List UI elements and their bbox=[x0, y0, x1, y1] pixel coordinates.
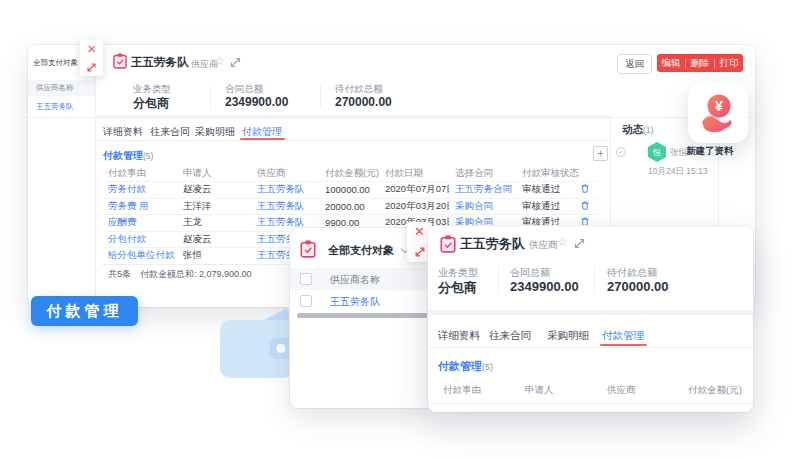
table-row[interactable]: 劳务费 用 王洋洋 王五劳务队 20000.00 2020年03月20日 采购合… bbox=[102, 198, 598, 215]
expand-icon[interactable] bbox=[86, 62, 97, 73]
stat-value: 2349900.00 bbox=[225, 95, 288, 109]
cell-actions[interactable] bbox=[579, 184, 598, 195]
cell-reason[interactable]: 劳务付款 bbox=[102, 183, 177, 196]
col-header: 申请人 bbox=[177, 167, 251, 180]
divider bbox=[95, 140, 610, 141]
cell-applicant: 张恒 bbox=[177, 249, 251, 262]
add-payment-button[interactable]: + bbox=[593, 146, 608, 161]
col-header: 付款事由 bbox=[102, 167, 177, 180]
cell-amount: 9900.00 bbox=[319, 217, 379, 228]
check-circle-icon: ✓ bbox=[616, 147, 626, 157]
stat-value: 分包商 bbox=[438, 279, 477, 297]
payment-section-title: 付款管理(5) bbox=[438, 359, 493, 374]
cell-supplier[interactable]: 王五劳务队 bbox=[251, 200, 319, 213]
star-icon[interactable]: ☆ bbox=[214, 54, 225, 68]
close-icon[interactable]: ✕ bbox=[87, 44, 96, 55]
divider bbox=[210, 85, 211, 108]
cell-applicant: 赵凌云 bbox=[177, 233, 251, 246]
stat-label: 待付款总额 bbox=[607, 266, 657, 280]
row-checkbox[interactable] bbox=[300, 295, 312, 307]
edit-button[interactable]: 编辑 bbox=[657, 57, 685, 70]
cell-reason[interactable]: 应酬费 bbox=[102, 216, 177, 229]
trash-icon[interactable] bbox=[581, 217, 589, 226]
stat-label: 业务类型 bbox=[438, 266, 478, 280]
record-type-tag: 供应商 bbox=[529, 239, 558, 252]
cell-applicant: 赵凌云 bbox=[177, 183, 251, 196]
select-all-checkbox[interactable] bbox=[300, 273, 312, 285]
cell-status: 审核通过 bbox=[516, 200, 579, 213]
tab-purchase[interactable]: 采购明细 bbox=[195, 125, 235, 139]
mini-panel-row-supplier[interactable]: 王五劳务队 bbox=[36, 102, 74, 112]
cell-reason[interactable]: 劳务费 用 bbox=[102, 200, 177, 213]
activity-user: 张恒 bbox=[670, 147, 687, 159]
divider bbox=[28, 117, 95, 118]
section-count: (5) bbox=[482, 362, 493, 372]
divider bbox=[428, 403, 753, 404]
back-button[interactable]: 返回 bbox=[617, 54, 652, 74]
mini-panel-title: 全部支付对象 bbox=[33, 58, 78, 68]
col-header: 付款金额(元) bbox=[688, 384, 742, 397]
horizontal-scrollbar[interactable] bbox=[297, 313, 428, 318]
cell-contract[interactable]: 采购合同 bbox=[449, 200, 516, 213]
col-header: 申请人 bbox=[525, 384, 554, 397]
section-band bbox=[95, 115, 610, 119]
stat-value: 分包商 bbox=[133, 95, 169, 112]
stat-value: 2349900.00 bbox=[510, 279, 579, 294]
cell-amount: 20000.00 bbox=[319, 201, 379, 212]
star-icon[interactable]: ☆ bbox=[557, 235, 568, 249]
trash-icon[interactable] bbox=[581, 184, 589, 193]
list-row[interactable]: 王五劳务队 bbox=[290, 290, 435, 312]
yuan-payment-icon-card: ¥ bbox=[688, 83, 748, 143]
divider bbox=[498, 268, 499, 293]
col-header: 付款金额(元) bbox=[319, 167, 379, 180]
cell-applicant: 王洋洋 bbox=[177, 200, 251, 213]
avatar: 恒 bbox=[648, 142, 666, 162]
list-row-supplier[interactable]: 王五劳务队 bbox=[330, 295, 380, 309]
list-window-title: 全部支付对象 bbox=[328, 243, 394, 258]
active-tab-underline bbox=[600, 344, 647, 346]
cell-applicant: 王龙 bbox=[177, 216, 251, 229]
stat-value: 270000.00 bbox=[607, 279, 668, 294]
section-title-text: 付款管理 bbox=[103, 150, 143, 161]
mini-payees-panel: 全部支付对象 供应商名称 王五劳务队 bbox=[28, 45, 96, 307]
delete-button[interactable]: 删除 bbox=[686, 57, 714, 70]
tab-details[interactable]: 详细资料 bbox=[438, 329, 480, 343]
trash-icon[interactable] bbox=[581, 201, 589, 210]
clipboard-icon bbox=[113, 53, 127, 69]
tab-contracts[interactable]: 往来合同 bbox=[150, 125, 190, 139]
cell-status: 审核通过 bbox=[516, 183, 579, 196]
cell-contract[interactable]: 王五劳务合同 bbox=[449, 183, 516, 196]
action-button-group: 编辑 删除 打印 bbox=[657, 54, 743, 72]
close-icon[interactable]: ✕ bbox=[414, 226, 425, 237]
hand-holding-yuan-icon: ¥ bbox=[698, 93, 738, 133]
activity-count: (1) bbox=[643, 125, 653, 135]
tab-payments[interactable]: 付款管理 bbox=[602, 329, 644, 343]
clipboard-icon bbox=[300, 240, 316, 258]
col-header: 付款审核状态 bbox=[516, 167, 579, 180]
cell-reason[interactable]: 分包付款 bbox=[102, 233, 177, 246]
stat-label: 合同总额 bbox=[510, 266, 550, 280]
svg-text:¥: ¥ bbox=[715, 98, 723, 114]
list-header-row: 供应商名称 bbox=[290, 268, 435, 290]
share-icon[interactable] bbox=[230, 57, 241, 68]
clipboard-icon bbox=[440, 235, 456, 253]
tab-contracts[interactable]: 往来合同 bbox=[489, 329, 531, 343]
col-header: 付款事由 bbox=[443, 384, 481, 397]
cell-date: 2020年03月20日 bbox=[379, 200, 449, 213]
table-row[interactable]: 劳务付款 赵凌云 王五劳务队 100000.00 2020年07月07日 王五劳… bbox=[102, 181, 598, 198]
share-icon[interactable] bbox=[574, 238, 585, 249]
cell-reason[interactable]: 给分包单位付款 bbox=[102, 249, 177, 262]
tab-details[interactable]: 详细资料 bbox=[103, 125, 143, 139]
expand-icon[interactable] bbox=[414, 246, 426, 258]
tab-payments[interactable]: 付款管理 bbox=[242, 125, 282, 139]
activity-timestamp: 10月24日 15:13 bbox=[648, 166, 708, 178]
cell-supplier[interactable]: 王五劳务队 bbox=[251, 183, 319, 196]
divider bbox=[594, 268, 595, 293]
screenshot-canvas: 全部支付对象 供应商名称 王五劳务队 王五劳务队 供应商 ☆ 返回 编辑 删除 … bbox=[0, 0, 792, 459]
list-column-header: 供应商名称 bbox=[330, 273, 380, 287]
col-header: 供应商 bbox=[251, 167, 319, 180]
detail-window: 王五劳务队 供应商 ☆ 业务类型 分包商 合同总额 2349900.00 待付款… bbox=[428, 226, 753, 412]
cell-actions[interactable] bbox=[579, 201, 598, 212]
print-button[interactable]: 打印 bbox=[715, 57, 743, 70]
tab-purchase[interactable]: 采购明细 bbox=[547, 329, 589, 343]
